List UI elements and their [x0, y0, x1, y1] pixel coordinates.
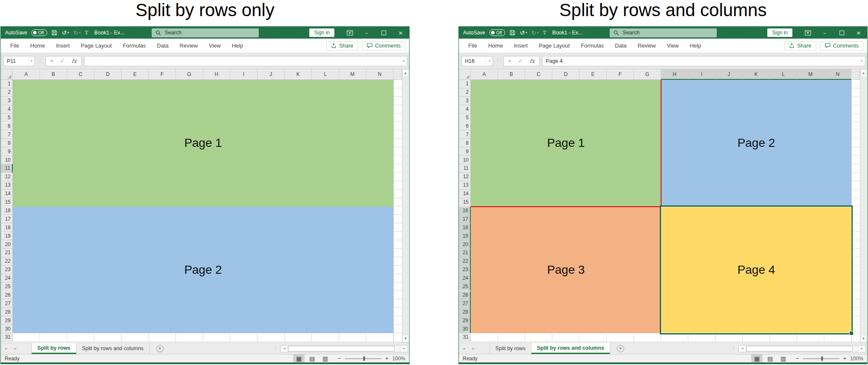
row-header-3[interactable]: 3: [1, 97, 13, 105]
column-header-f[interactable]: F: [149, 69, 176, 80]
sheet-tab-split-by-rows[interactable]: Split by rows: [31, 343, 76, 354]
redo-button[interactable]: ↻▾: [531, 30, 538, 36]
menu-item-page-layout[interactable]: Page Layout: [533, 42, 575, 49]
row-header-27[interactable]: 27: [459, 299, 471, 308]
row-header-11[interactable]: 11: [1, 164, 13, 173]
row-header-19[interactable]: 19: [459, 232, 471, 240]
close-button[interactable]: ×: [392, 27, 409, 39]
menu-item-insert[interactable]: Insert: [51, 42, 76, 49]
row-header-30[interactable]: 30: [1, 325, 13, 333]
cells-area[interactable]: Page 1Page 2Page 3Page 4: [471, 80, 860, 343]
column-header-l[interactable]: L: [312, 69, 339, 80]
save-icon[interactable]: [509, 30, 515, 36]
column-header-n[interactable]: N: [366, 69, 393, 80]
row-header-13[interactable]: 13: [459, 181, 471, 190]
row-header-17[interactable]: 17: [1, 215, 13, 223]
menu-item-formulas[interactable]: Formulas: [575, 42, 609, 49]
row-header-19[interactable]: 19: [1, 232, 13, 240]
row-header-7[interactable]: 7: [459, 130, 471, 139]
scroll-right-button[interactable]: ►: [400, 345, 407, 352]
column-header-d[interactable]: D: [552, 69, 580, 80]
minimize-button[interactable]: –: [816, 27, 833, 39]
undo-button[interactable]: ↺▾: [62, 30, 69, 36]
row-header-18[interactable]: 18: [459, 223, 471, 232]
row-header-18[interactable]: 18: [1, 223, 13, 232]
row-header-10[interactable]: 10: [459, 156, 471, 164]
row-header-28[interactable]: 28: [1, 308, 13, 316]
column-header-a[interactable]: A: [471, 69, 498, 80]
view-normal-button[interactable]: ▦: [293, 354, 305, 362]
row-header-22[interactable]: 22: [459, 257, 471, 266]
row-header-20[interactable]: 20: [1, 240, 13, 249]
zoom-out-button[interactable]: −: [796, 355, 799, 362]
zoom-slider-thumb[interactable]: [821, 357, 823, 361]
row-header-22[interactable]: 22: [1, 257, 13, 266]
column-header-b[interactable]: B: [498, 69, 525, 80]
horizontal-scroll-thumb[interactable]: [288, 346, 395, 351]
column-header-k[interactable]: K: [285, 69, 312, 80]
ribbon-display-options-button[interactable]: [799, 27, 816, 39]
view-normal-button[interactable]: ▦: [751, 354, 763, 362]
column-header-d[interactable]: D: [94, 69, 122, 80]
column-header-l[interactable]: L: [770, 69, 797, 80]
row-header-5[interactable]: 5: [459, 114, 471, 122]
zoom-out-button[interactable]: −: [338, 355, 341, 362]
column-header-k[interactable]: K: [743, 69, 770, 80]
row-header-1[interactable]: 1: [459, 80, 471, 88]
row-header-3[interactable]: 3: [459, 97, 471, 105]
column-header-f[interactable]: F: [607, 69, 634, 80]
select-all-corner[interactable]: [459, 69, 471, 80]
qat-customize-icon[interactable]: ∨: [543, 31, 546, 34]
view-page-break-button[interactable]: ▥: [778, 354, 789, 362]
vertical-scroll-thumb[interactable]: [861, 77, 866, 334]
tab-nav-right-icon[interactable]: ►: [469, 346, 478, 351]
row-header-23[interactable]: 23: [1, 266, 13, 274]
horizontal-scrollbar[interactable]: ◄►: [280, 345, 408, 352]
zoom-slider-thumb[interactable]: [363, 357, 365, 361]
minimize-button[interactable]: –: [358, 27, 375, 39]
menu-item-formulas[interactable]: Formulas: [117, 42, 151, 49]
zoom-slider[interactable]: [803, 358, 840, 359]
menu-item-help[interactable]: Help: [226, 42, 249, 49]
scroll-up-button[interactable]: ▲: [860, 69, 867, 77]
fill-handle[interactable]: [849, 331, 854, 335]
menu-item-view[interactable]: View: [203, 42, 226, 49]
row-header-26[interactable]: 26: [459, 291, 471, 300]
zoom-level[interactable]: 100%: [850, 356, 863, 362]
column-header-m[interactable]: M: [339, 69, 366, 80]
column-header-e[interactable]: E: [580, 69, 607, 80]
scroll-left-button[interactable]: ◄: [281, 345, 288, 352]
close-button[interactable]: ×: [850, 27, 867, 39]
row-header-16[interactable]: 16: [1, 207, 13, 215]
zoom-level[interactable]: 100%: [392, 356, 405, 362]
row-header-1[interactable]: 1: [1, 80, 13, 88]
row-header-12[interactable]: 12: [1, 173, 13, 181]
comments-button[interactable]: Comments: [820, 41, 863, 51]
view-page-layout-button[interactable]: ▤: [306, 354, 318, 362]
row-header-14[interactable]: 14: [459, 190, 471, 198]
row-header-12[interactable]: 12: [459, 173, 471, 181]
maximize-button[interactable]: [833, 27, 850, 39]
page-region-page-1[interactable]: Page 1: [13, 80, 393, 207]
page-region-page-2[interactable]: Page 2: [13, 207, 393, 334]
share-button[interactable]: Share: [784, 41, 816, 51]
row-header-31[interactable]: 31: [1, 333, 13, 342]
row-header-21[interactable]: 21: [1, 249, 13, 257]
chevron-down-icon[interactable]: ▾: [486, 56, 492, 66]
sheet-tab-split-by-rows-and-columns[interactable]: Split by rows and columns: [76, 343, 150, 354]
column-header-b[interactable]: B: [40, 69, 67, 80]
row-header-31[interactable]: 31: [459, 333, 471, 342]
row-header-4[interactable]: 4: [1, 105, 13, 114]
row-header-10[interactable]: 10: [1, 156, 13, 164]
redo-button[interactable]: ↻▾: [73, 30, 80, 36]
scroll-left-button[interactable]: ◄: [739, 345, 746, 352]
row-header-9[interactable]: 9: [459, 147, 471, 156]
vertical-scrollbar[interactable]: ▲▼: [860, 69, 867, 343]
row-header-21[interactable]: 21: [459, 249, 471, 257]
zoom-in-button[interactable]: +: [843, 355, 847, 362]
row-header-16[interactable]: 16: [459, 207, 471, 215]
select-all-corner[interactable]: [1, 69, 13, 80]
column-header-c[interactable]: C: [67, 69, 94, 80]
view-page-layout-button[interactable]: ▤: [764, 354, 776, 362]
row-header-29[interactable]: 29: [1, 316, 13, 325]
